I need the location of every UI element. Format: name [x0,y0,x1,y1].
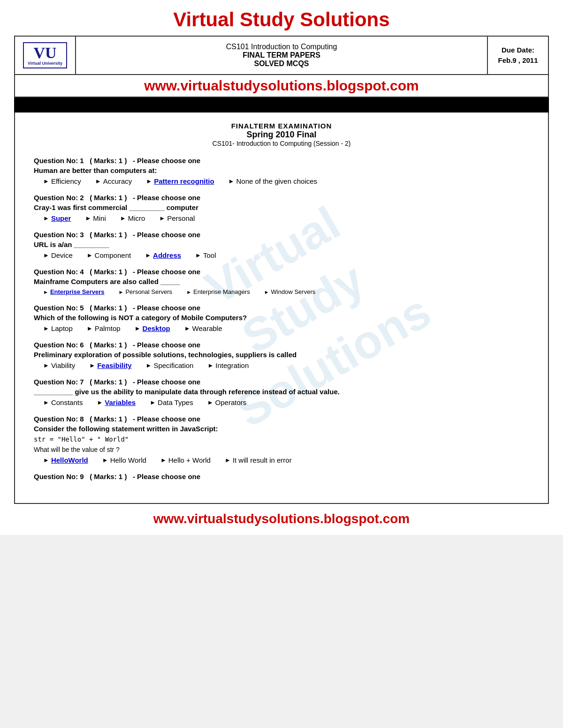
q2-options: ► Super ► Mini ► Micro ► Personal [34,214,529,222]
header-type: FINAL TERM PAPERS [76,51,487,60]
q7-header: Question No: 7 ( Marks: 1 ) - Please cho… [34,378,529,386]
due-date: Due Date: Feb.9 , 2011 [498,45,538,66]
option-item: ► Desktop [135,324,170,332]
q9-header: Question No: 9 ( Marks: 1 ) - Please cho… [34,473,529,480]
option-item: ► Personal Servers [119,288,173,295]
q8-subtext2: What will be the value of str ? [34,446,529,453]
q7-text: __________ give us the ability to manipu… [34,388,529,396]
content-inner: FINALTERM EXAMINATION Spring 2010 Final … [34,122,529,480]
q5-options: ► Laptop ► Palmtop ► Desktop ► Wearable [34,324,529,332]
logo-box: VU Virtual University [23,42,67,68]
option-item: ► Micro [120,214,145,222]
content-area: Virtual Study Solutions FINALTERM EXAMIN… [14,113,549,504]
url-text: www.virtualstudysolutions.blogspot.com [144,78,419,93]
option-item: ► Specification [146,361,194,369]
q8-options: ► HelloWorld ► Hello World ► Hello + Wor… [34,456,529,464]
exam-course-detail: CS101- Introduction to Computing (Sessio… [34,140,529,147]
q6-options: ► Viability ► Feasibility ► Specificatio… [34,361,529,369]
q7-options: ► Constants ► Variables ► Data Types ► O… [34,398,529,406]
option-item: ► Feasibility [89,361,131,369]
option-item: ► Constants [43,398,83,406]
question-3: Question No: 3 ( Marks: 1 ) - Please cho… [34,231,529,259]
header-right: Due Date: Feb.9 , 2011 [487,37,548,74]
header-course: CS101 Introduction to Computing [76,43,487,51]
option-item: ► Super [43,214,71,222]
option-item: ► Component [87,251,131,259]
question-7: Question No: 7 ( Marks: 1 ) - Please cho… [34,378,529,406]
q3-options: ► Device ► Component ► Address ► Tool [34,251,529,259]
exam-title: FINALTERM EXAMINATION [34,122,529,130]
option-item: ► None of the given choices [228,177,318,185]
option-item: ► Window Servers [264,288,316,295]
q1-text: Human are better than computers at: [34,166,529,174]
q8-subtext1: str = "Hello" + " World" [34,435,529,443]
option-item: ► Integration [207,361,249,369]
header-center: CS101 Introduction to Computing FINAL TE… [76,37,487,74]
option-item: ► Viability [43,361,75,369]
option-item: ► Variables [97,398,136,406]
option-item: ► It will result in error [225,456,292,464]
header-box: VU Virtual University CS101 Introduction… [14,36,549,75]
q1-header: Question No: 1 ( Marks: 1 ) - Please cho… [34,157,529,165]
q5-text: Which of the following is NOT a category… [34,314,529,322]
option-item: ► Personal [159,214,195,222]
q6-header: Question No: 6 ( Marks: 1 ) - Please cho… [34,341,529,349]
q4-text: Mainframe Computers are also called ____… [34,278,529,285]
option-item: ► Efficiency [43,177,81,185]
q6-text: Preliminary exploration of possible solu… [34,351,529,359]
option-item: ► Mini [85,214,106,222]
q8-text: Consider the following statement written… [34,425,529,433]
q2-text: Cray-1 was first commercial _________ co… [34,203,529,211]
exam-header: FINALTERM EXAMINATION Spring 2010 Final … [34,122,529,147]
q4-options: ► Enterprise Servers ► Personal Servers … [34,288,529,295]
question-8: Question No: 8 ( Marks: 1 ) - Please cho… [34,415,529,464]
exam-season: Spring 2010 Final [34,130,529,140]
option-item: ► Device [43,251,73,259]
question-6: Question No: 6 ( Marks: 1 ) - Please cho… [34,341,529,369]
url-bottom-text: www.virtualstudysolutions.blogspot.com [153,511,410,526]
q1-options: ► Efficiency ► Accuracy ► Pattern recogn… [34,177,529,185]
option-item: ► Tool [195,251,216,259]
url-bar: www.virtualstudysolutions.blogspot.com [14,75,549,98]
logo-subtitle: Virtual University [28,61,62,66]
option-item: ► Enterprise Managers [186,288,250,295]
q4-header: Question No: 4 ( Marks: 1 ) - Please cho… [34,268,529,276]
option-item: ► Hello + World [160,456,211,464]
option-item: ► HelloWorld [43,456,88,464]
option-item: ► Wearable [184,324,222,332]
question-9: Question No: 9 ( Marks: 1 ) - Please cho… [34,473,529,480]
option-item: ► Accuracy [95,177,132,185]
question-1: Question No: 1 ( Marks: 1 ) - Please cho… [34,157,529,185]
q8-header: Question No: 8 ( Marks: 1 ) - Please cho… [34,415,529,423]
black-bar [14,98,549,113]
header-logo: VU Virtual University [15,37,76,74]
option-item: ► Laptop [43,324,73,332]
option-item: ► Data Types [150,398,193,406]
q3-text: URL is a/an _________ [34,240,529,248]
question-4: Question No: 4 ( Marks: 1 ) - Please cho… [34,268,529,295]
option-item: ► Address [145,251,181,259]
q5-header: Question No: 5 ( Marks: 1 ) - Please cho… [34,304,529,312]
option-item: ► Palmtop [87,324,121,332]
option-item: ► Hello World [102,456,146,464]
question-5: Question No: 5 ( Marks: 1 ) - Please cho… [34,304,529,332]
site-url-bottom: www.virtualstudysolutions.blogspot.com [0,504,563,535]
question-2: Question No: 2 ( Marks: 1 ) - Please cho… [34,194,529,222]
header-mcqs: SOLVED MCQS [76,60,487,68]
option-item: ► Operators [207,398,247,406]
option-item: ► Enterprise Servers [43,288,105,295]
q3-header: Question No: 3 ( Marks: 1 ) - Please cho… [34,231,529,239]
site-title-top: Virtual Study Solutions [0,0,563,36]
option-item: ► Pattern recognitio [146,177,214,185]
logo-vu: VU [28,45,62,61]
q2-header: Question No: 2 ( Marks: 1 ) - Please cho… [34,194,529,202]
